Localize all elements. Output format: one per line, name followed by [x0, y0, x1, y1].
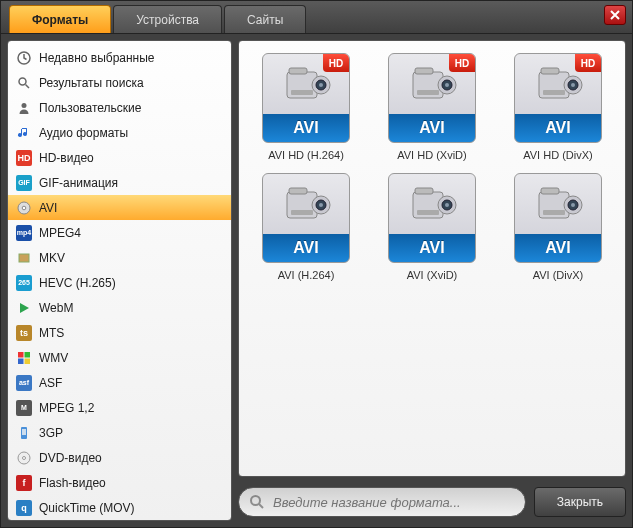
sidebar-item-9[interactable]: 265HEVC (H.265) [8, 270, 231, 295]
hd-badge: HD [575, 54, 601, 72]
play-icon [16, 300, 32, 316]
preset-item[interactable]: AVIAVI (XviD) [377, 173, 487, 281]
svg-point-26 [445, 83, 449, 87]
sidebar-item-8[interactable]: MKV [8, 245, 231, 270]
phone-icon [16, 425, 32, 441]
footer: Закрыть [238, 483, 626, 521]
svg-rect-47 [541, 188, 559, 194]
f-icon: f [16, 475, 32, 491]
preset-name: AVI (DivX) [533, 269, 584, 281]
sidebar-item-label: HEVC (H.265) [39, 276, 116, 290]
format-chooser-window: ФорматыУстройстваСайты Недавно выбранные… [0, 0, 633, 528]
svg-rect-45 [417, 210, 439, 215]
svg-rect-23 [415, 68, 433, 74]
sidebar-item-1[interactable]: Результаты поиска [8, 70, 231, 95]
svg-rect-35 [289, 188, 307, 194]
svg-rect-9 [25, 352, 31, 358]
sidebar-item-16[interactable]: DVD-видео [8, 445, 231, 470]
hd-badge: HD [449, 54, 475, 72]
svg-rect-39 [291, 210, 313, 215]
sidebar-item-label: MPEG4 [39, 226, 81, 240]
titlebar: ФорматыУстройстваСайты [1, 1, 632, 33]
preset-format-label: AVI [515, 234, 601, 262]
svg-point-44 [445, 203, 449, 207]
tab-1[interactable]: Устройства [113, 5, 222, 33]
svg-point-1 [19, 78, 26, 85]
265-icon: 265 [16, 275, 32, 291]
asf-icon: asf [16, 375, 32, 391]
tab-2[interactable]: Сайты [224, 5, 306, 33]
search-input[interactable] [273, 495, 515, 510]
ts-icon: ts [16, 325, 32, 341]
preset-thumbnail: AVI [262, 173, 350, 263]
svg-rect-51 [543, 210, 565, 215]
preset-name: AVI (H.264) [278, 269, 335, 281]
sidebar-item-label: ASF [39, 376, 62, 390]
svg-point-50 [571, 203, 575, 207]
mp4-icon: mp4 [16, 225, 32, 241]
sidebar-item-label: 3GP [39, 426, 63, 440]
svg-rect-21 [291, 90, 313, 95]
sidebar-item-3[interactable]: Аудио форматы [8, 120, 231, 145]
sidebar-item-15[interactable]: 3GP [8, 420, 231, 445]
preset-grid-container: AVIHDAVI HD (H.264)AVIHDAVI HD (XviD)AVI… [238, 40, 626, 477]
sidebar-item-6[interactable]: AVI [8, 195, 231, 220]
preset-item[interactable]: AVIAVI (H.264) [251, 173, 361, 281]
sidebar-item-4[interactable]: HDHD-видео [8, 145, 231, 170]
camcorder-icon [389, 174, 475, 234]
clock-icon [16, 50, 32, 66]
preset-name: AVI HD (XviD) [397, 149, 466, 161]
GIF-icon: GIF [16, 175, 32, 191]
sidebar-item-label: Результаты поиска [39, 76, 144, 90]
svg-point-32 [571, 83, 575, 87]
preset-item[interactable]: AVIHDAVI HD (H.264) [251, 53, 361, 161]
preset-format-label: AVI [389, 114, 475, 142]
sidebar-item-10[interactable]: WebM [8, 295, 231, 320]
sidebar-item-18[interactable]: qQuickTime (MOV) [8, 495, 231, 520]
sidebar-item-label: WMV [39, 351, 68, 365]
svg-rect-41 [415, 188, 433, 194]
sidebar-item-12[interactable]: WMV [8, 345, 231, 370]
search-icon [249, 494, 265, 510]
preset-format-label: AVI [263, 234, 349, 262]
svg-point-52 [251, 496, 260, 505]
sidebar-item-label: DVD-видео [39, 451, 102, 465]
preset-thumbnail: AVIHD [514, 53, 602, 143]
svg-point-20 [319, 83, 323, 87]
sidebar-item-11[interactable]: tsMTS [8, 320, 231, 345]
sidebar-item-label: Пользовательские [39, 101, 142, 115]
window-close-button[interactable] [604, 5, 626, 25]
sidebar-item-2[interactable]: Пользовательские [8, 95, 231, 120]
svg-rect-8 [18, 352, 24, 358]
main-panel: AVIHDAVI HD (H.264)AVIHDAVI HD (XviD)AVI… [238, 40, 626, 521]
user-icon [16, 100, 32, 116]
preset-item[interactable]: AVIHDAVI HD (XviD) [377, 53, 487, 161]
search-icon [16, 75, 32, 91]
sidebar-item-13[interactable]: asfASF [8, 370, 231, 395]
sidebar-item-0[interactable]: Недавно выбранные [8, 45, 231, 70]
sidebar-item-label: AVI [39, 201, 57, 215]
svg-point-15 [23, 456, 26, 459]
svg-rect-6 [19, 254, 29, 262]
sidebar-item-label: Аудио форматы [39, 126, 128, 140]
preset-item[interactable]: AVIAVI (DivX) [503, 173, 613, 281]
preset-item[interactable]: AVIHDAVI HD (DivX) [503, 53, 613, 161]
preset-name: AVI (XviD) [407, 269, 458, 281]
camcorder-icon [263, 174, 349, 234]
sidebar-item-14[interactable]: MMPEG 1,2 [8, 395, 231, 420]
sidebar-item-label: MTS [39, 326, 64, 340]
sidebar-item-17[interactable]: fFlash-видео [8, 470, 231, 495]
sidebar-item-label: Недавно выбранные [39, 51, 155, 65]
preset-format-label: AVI [515, 114, 601, 142]
search-box[interactable] [238, 487, 526, 517]
close-icon [610, 10, 620, 20]
tab-0[interactable]: Форматы [9, 5, 111, 33]
mpeg-icon: M [16, 400, 32, 416]
preset-name: AVI HD (DivX) [523, 149, 592, 161]
svg-rect-27 [417, 90, 439, 95]
close-button[interactable]: Закрыть [534, 487, 626, 517]
svg-rect-17 [289, 68, 307, 74]
disc-icon [16, 200, 32, 216]
sidebar-item-5[interactable]: GIFGIF-анимация [8, 170, 231, 195]
sidebar-item-7[interactable]: mp4MPEG4 [8, 220, 231, 245]
